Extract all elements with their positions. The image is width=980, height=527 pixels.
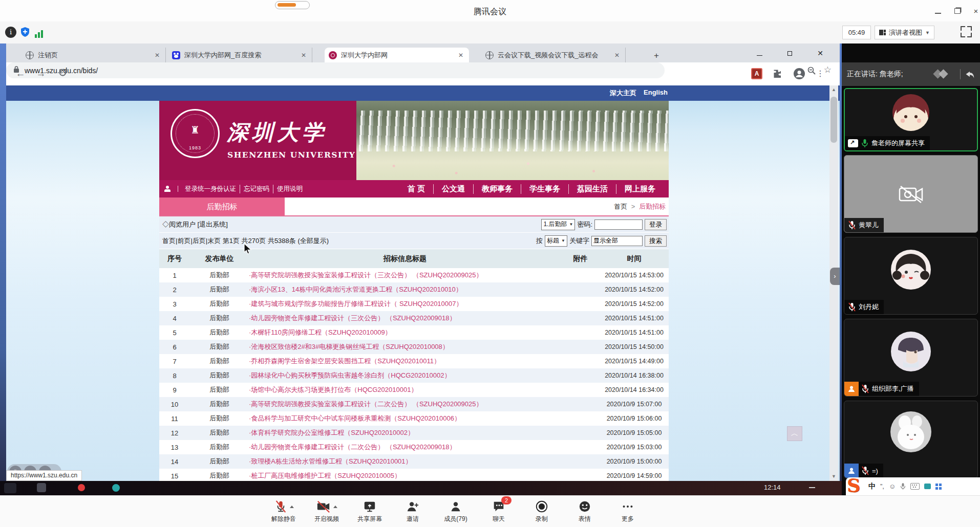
browser-minimize-button[interactable] bbox=[753, 49, 766, 58]
column-header: 序号 bbox=[159, 249, 190, 268]
bid-title-link[interactable]: ·木樨轩110房间修缮工程（SZUHQ202010009） bbox=[249, 325, 561, 340]
bid-title-link[interactable]: ·沧海校区致信楼2#和3#电梯更换钢丝绳工程（SZUHQ202010008） bbox=[249, 340, 561, 354]
viewer-user-text[interactable]: ◇阅览用户 [退出系统] bbox=[162, 216, 228, 232]
menu-item[interactable]: 公文通 bbox=[434, 184, 474, 194]
tab-close-icon[interactable]: ✕ bbox=[457, 51, 465, 59]
bid-title-link[interactable]: ·致理楼A栋生活给水管维修工程（SZUHQ202010001） bbox=[249, 454, 561, 469]
invite-button[interactable]: 邀请 bbox=[398, 499, 428, 523]
link-szu-home[interactable]: 深大主页 bbox=[610, 89, 636, 98]
link-english[interactable]: English bbox=[644, 89, 668, 98]
menu-item[interactable]: 学生事务 bbox=[521, 184, 569, 194]
sogou-logo-icon[interactable]: S bbox=[847, 474, 860, 496]
bid-title-link[interactable]: ·高等研究院胡强教授实验室装修工程设计（三次公告） （SZUHQ20200902… bbox=[249, 268, 561, 282]
bid-title-link[interactable]: ·建筑与城市规划学院多功能报告厅修缮工程设计（ SZUHQ202010007） bbox=[249, 297, 561, 311]
voice-input-icon[interactable] bbox=[900, 482, 906, 490]
taskbar-icon[interactable] bbox=[4, 483, 16, 493]
bid-title-link[interactable]: ·场馆中心高尔夫练习场更换打位布（HQCG202010001） bbox=[249, 383, 561, 397]
tab-cloud-meeting-download[interactable]: 云会议下载_视频会议下载_远程会 ✕ bbox=[481, 48, 626, 62]
start-video-button[interactable]: 开启视频 bbox=[312, 499, 342, 523]
menu-item[interactable]: 荔园生活 bbox=[569, 184, 616, 194]
minimize-button[interactable] bbox=[931, 7, 945, 16]
publisher-unit: 后勤部 bbox=[190, 397, 249, 411]
department-select[interactable]: 1.后勤部▼ bbox=[541, 219, 575, 230]
participant-tile[interactable]: 刘丹妮 bbox=[844, 237, 978, 315]
participant-tile[interactable]: =) bbox=[844, 401, 978, 478]
input-mode-chinese[interactable]: 中 bbox=[868, 482, 876, 491]
login-link[interactable]: 登录统一身份认证 bbox=[181, 185, 240, 193]
toolbox-icon[interactable] bbox=[924, 484, 931, 489]
emoji-icon[interactable]: ☺ bbox=[889, 482, 896, 490]
forward-icon[interactable]: → bbox=[35, 68, 47, 80]
bid-title-link[interactable]: ·体育科学研究院办公室维修工程（SZUHQ202010002） bbox=[249, 426, 561, 440]
scrollbar-thumb[interactable] bbox=[830, 97, 837, 143]
keyboard-icon[interactable] bbox=[910, 483, 920, 490]
bid-title-link[interactable]: ·幼儿园旁物资仓库修建工程设计（二次公告） （SZUHQ202009018） bbox=[249, 440, 561, 454]
address-bar[interactable]: www1.szu.edu.cn/bids/ ☆ bbox=[6, 62, 665, 78]
bid-title-link[interactable]: ·乔相乔森阁学生宿舍架空层安装围挡工程（SZUHQ202010011） bbox=[249, 354, 561, 368]
extensions-puzzle-icon[interactable] bbox=[772, 68, 783, 81]
pdf-extension-icon[interactable]: A bbox=[751, 68, 762, 79]
login-button[interactable]: 登录 bbox=[645, 219, 667, 230]
new-tab-button[interactable]: + bbox=[650, 50, 663, 62]
taskbar-icon[interactable] bbox=[37, 483, 46, 492]
menu-item[interactable]: 教师事务 bbox=[474, 184, 521, 194]
bid-title-link[interactable]: ·海滨小区13、14栋中间化粪池污水管道更换工程（SZUHQ202010010） bbox=[249, 282, 561, 297]
tab-close-icon[interactable]: ✕ bbox=[613, 51, 621, 59]
section-tab[interactable]: 后勤招标 bbox=[159, 197, 285, 215]
profile-avatar-icon[interactable] bbox=[793, 68, 805, 82]
security-shield-icon[interactable] bbox=[19, 27, 31, 38]
bid-title-link[interactable]: ·幼儿园旁物资仓库修建工程设计（三次公告） （SZUHQ202009018） bbox=[249, 311, 561, 325]
login-link[interactable]: 使用说明 bbox=[273, 185, 306, 193]
search-button[interactable]: 搜索 bbox=[645, 235, 667, 247]
scroll-down-icon[interactable]: ▼ bbox=[829, 472, 838, 481]
participant-tile-screen-share[interactable]: 詹老师的屏幕共享 bbox=[844, 88, 978, 151]
bid-title-link[interactable]: ·园林绿化中心购买秋季预防病虫害越冬涂白剂（HQCG202010002） bbox=[249, 368, 561, 383]
login-link[interactable]: 忘记密码 bbox=[240, 185, 273, 193]
emoji-button[interactable]: 表情 bbox=[570, 499, 600, 523]
bid-title-link[interactable]: ·高等研究院胡强教授实验室装修工程设计（二次公告） （SZUHQ20200902… bbox=[249, 397, 561, 411]
grid-icon[interactable] bbox=[935, 484, 942, 490]
share-screen-button[interactable]: 共享屏幕 bbox=[355, 499, 385, 523]
breadcrumb-home[interactable]: 首页 bbox=[614, 203, 627, 210]
field-select[interactable]: 标题▼ bbox=[545, 235, 567, 247]
password-field[interactable] bbox=[594, 219, 643, 230]
more-button[interactable]: 更多 bbox=[613, 499, 643, 523]
tab-baidu-search[interactable]: 深圳大学内部网_百度搜索 ✕ bbox=[168, 48, 312, 62]
reload-icon[interactable] bbox=[56, 68, 69, 80]
tab-logout-page[interactable]: 注销页 ✕ bbox=[22, 48, 166, 62]
menu-item[interactable]: 网上服务 bbox=[616, 184, 664, 194]
restore-button[interactable] bbox=[950, 7, 965, 16]
participant-tile[interactable]: 组织部李,广播 bbox=[844, 319, 978, 397]
taskbar-icon[interactable] bbox=[112, 484, 120, 492]
menu-item[interactable]: 首 页 bbox=[399, 184, 434, 194]
browser-maximize-button[interactable] bbox=[783, 49, 796, 58]
back-icon[interactable]: ← bbox=[14, 68, 27, 80]
back-to-top-button[interactable]: ︿ bbox=[787, 426, 802, 441]
tab-close-icon[interactable]: ✕ bbox=[300, 51, 308, 59]
unmute-button[interactable]: 解除静音 bbox=[269, 499, 299, 523]
meeting-info-icon[interactable]: i bbox=[5, 27, 16, 38]
keyword-input[interactable] bbox=[591, 236, 643, 246]
publish-time: 2020/10/15 14:52:00 bbox=[600, 282, 669, 297]
close-button[interactable]: × bbox=[969, 7, 980, 16]
chevron-down-icon: ▼ bbox=[925, 30, 930, 35]
view-mode-button[interactable]: 演讲者视图 ▼ bbox=[875, 26, 934, 39]
record-button[interactable]: 录制 bbox=[527, 499, 557, 523]
share-back-icon[interactable] bbox=[965, 70, 975, 79]
tab-szu-intranet[interactable]: 深圳大学内部网 ✕ bbox=[325, 48, 469, 62]
chevron-up-icon[interactable] bbox=[333, 506, 337, 508]
browser-menu-icon[interactable]: ⋮ bbox=[815, 67, 825, 80]
chevron-up-icon[interactable] bbox=[290, 506, 294, 508]
participant-tile[interactable]: 黄翠儿 bbox=[844, 155, 978, 233]
scroll-up-icon[interactable]: ▲ bbox=[829, 85, 838, 94]
chat-button[interactable]: 2 聊天 bbox=[484, 499, 514, 523]
browser-close-button[interactable]: ✕ bbox=[814, 49, 827, 58]
host-badge-icon bbox=[844, 382, 859, 396]
panel-collapse-handle[interactable]: › bbox=[830, 268, 840, 285]
punctuation-icon[interactable]: ”, bbox=[880, 482, 884, 490]
bid-title-link[interactable]: ·食品科学与加工研究中心中试车间楼板承重检测（SZUHQ202010006） bbox=[249, 411, 561, 426]
tab-close-icon[interactable]: ✕ bbox=[153, 51, 161, 59]
bid-title-link[interactable]: ·桩工厂高压电维修维护工程（SZUHQ202010005） bbox=[249, 469, 561, 481]
fullscreen-button[interactable] bbox=[961, 26, 972, 37]
members-button[interactable]: 成员(79) bbox=[441, 499, 471, 523]
